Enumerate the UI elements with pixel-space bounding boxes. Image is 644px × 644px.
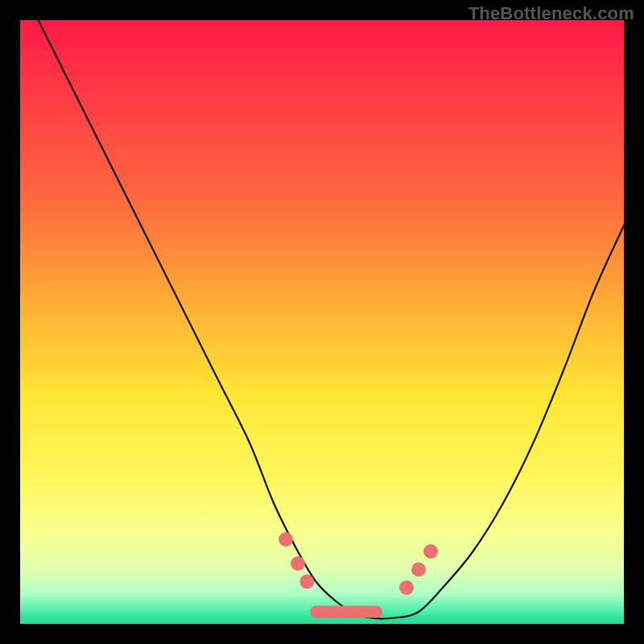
curve-marker-bar: [310, 606, 382, 618]
curve-marker-dot: [291, 556, 305, 571]
curve-layer: [20, 20, 624, 624]
curve-markers: [279, 532, 438, 618]
chart-frame: TheBottleneck.com: [0, 0, 644, 644]
curve-marker-dot: [279, 532, 293, 547]
bottleneck-curve: [39, 20, 625, 618]
curve-marker-dot: [411, 563, 426, 577]
curve-marker-dot: [423, 544, 438, 559]
plot-area: [20, 20, 624, 624]
curve-marker-dot: [399, 580, 414, 595]
curve-marker-dot: [299, 575, 314, 589]
attribution-text: TheBottleneck.com: [469, 3, 634, 24]
